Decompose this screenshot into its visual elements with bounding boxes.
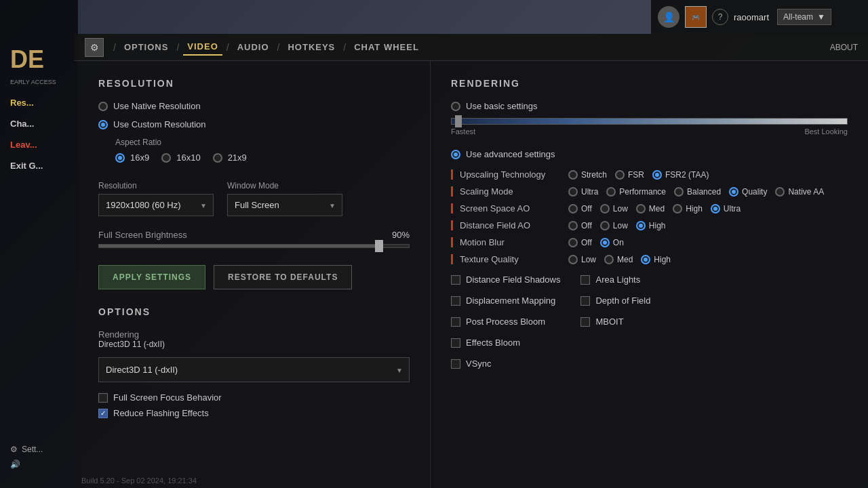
aspect-21x9-radio[interactable] <box>213 153 222 163</box>
distance-ao-high-radio[interactable] <box>636 221 646 230</box>
native-resolution-radio-group: Use Native Resolution <box>98 101 410 111</box>
screen-space-ao-row: Screen Space AO Off Low Med High <box>451 203 848 214</box>
depth-of-field-checkbox[interactable] <box>580 296 590 306</box>
custom-resolution-radio[interactable] <box>98 120 108 129</box>
nav-item-options[interactable]: OPTIONS <box>120 39 173 55</box>
brightness-slider-track[interactable] <box>98 244 410 248</box>
upscaling-tech-label: Upscaling Technology <box>460 169 568 180</box>
sidebar-item-exit[interactable]: Exit G... <box>0 155 78 176</box>
rendering-quality-thumb[interactable] <box>455 115 462 127</box>
mboit-item: MBOIT <box>580 317 650 327</box>
post-process-bloom-label: Post Process Bloom <box>466 317 545 327</box>
native-resolution-radio[interactable] <box>98 102 108 111</box>
scaling-native-aa-radio[interactable] <box>775 187 785 197</box>
motion-blur-off-radio[interactable] <box>568 238 578 247</box>
distance-ao-off-radio[interactable] <box>568 221 578 230</box>
upscaling-stretch-radio[interactable] <box>568 170 578 180</box>
distance-field-shadows-item: Distance Field Shadows <box>451 274 560 285</box>
distance-field-ao-label: Distance Field AO <box>460 220 568 230</box>
texture-med-radio[interactable] <box>604 255 614 264</box>
advanced-settings-radio[interactable] <box>451 150 460 159</box>
screen-ao-ultra-radio[interactable] <box>711 204 720 214</box>
nav-separator-5: / <box>343 42 346 53</box>
texture-high-radio[interactable] <box>641 255 650 264</box>
nav-separator-3: / <box>226 42 229 53</box>
distance-field-shadows-checkbox[interactable] <box>451 275 460 285</box>
texture-low-radio[interactable] <box>568 255 578 264</box>
motion-blur-on-radio[interactable] <box>600 238 610 247</box>
upscaling-fsr-radio[interactable] <box>615 170 625 180</box>
reduce-flashing-checkbox[interactable] <box>98 409 108 418</box>
user-avatar-icon: 👤 <box>658 6 679 28</box>
aspect-16x9-group: 16x9 <box>115 152 149 163</box>
rendering-quality-slider[interactable] <box>451 118 848 125</box>
sidebar-item-leave[interactable]: Leav... <box>0 134 78 155</box>
mboit-checkbox[interactable] <box>580 317 590 327</box>
resolution-select[interactable]: 1920x1080 (60 Hz) 2560x1440 (60 Hz) <box>98 194 214 216</box>
screen-ao-off-radio[interactable] <box>568 204 578 214</box>
team-dropdown[interactable]: All-team ▼ <box>777 9 831 25</box>
scaling-ultra-radio[interactable] <box>568 187 578 197</box>
screen-ao-low-radio[interactable] <box>600 204 610 214</box>
effects-bloom-checkbox[interactable] <box>451 338 460 348</box>
sidebar-item-resolution[interactable]: Res... <box>0 92 78 113</box>
aspect-16x10-group: 16x10 <box>161 152 200 163</box>
vsync-checkbox[interactable] <box>451 359 460 369</box>
screen-ao-med-label: Med <box>649 204 665 214</box>
texture-med-option: Med <box>604 255 633 264</box>
brightness-header: Full Screen Brightness 90% <box>98 230 410 240</box>
aspect-16x10-radio[interactable] <box>161 153 171 163</box>
texture-low-label: Low <box>581 255 596 264</box>
rendering-section-title: RENDERING <box>451 78 848 89</box>
nav-item-hotkeys[interactable]: HOTKEYS <box>283 39 339 55</box>
reduce-flashing-label: Reduce Flashing Effects <box>113 408 209 418</box>
scaling-mode-label: Scaling Mode <box>460 186 568 197</box>
scaling-native-aa-option: Native AA <box>775 187 824 197</box>
basic-settings-radio[interactable] <box>451 102 460 111</box>
nav-item-video[interactable]: VIDEO <box>183 39 222 56</box>
rendering-api-select[interactable]: Direct3D 11 (-dxII) Direct3D 12 (-dx12) … <box>98 357 410 382</box>
vsync-label: VSync <box>466 359 492 369</box>
fullscreen-focus-checkbox[interactable] <box>98 393 108 403</box>
resolution-label: Resolution <box>98 181 214 190</box>
distance-ao-low-radio[interactable] <box>600 221 610 230</box>
options-section: OPTIONS Rendering Direct3D 11 (-dxII) Di… <box>98 306 410 418</box>
sidebar-settings[interactable]: ⚙ Sett... <box>10 445 68 454</box>
displacement-mapping-checkbox[interactable] <box>451 296 460 306</box>
upscaling-fsr2-radio[interactable] <box>652 170 662 180</box>
distance-ao-low-option: Low <box>600 221 628 230</box>
scaling-options: Ultra Performance Balanced Quality Nativ… <box>568 187 824 197</box>
resolution-dropdown-group: Resolution 1920x1080 (60 Hz) 2560x1440 (… <box>98 181 214 216</box>
apply-settings-button[interactable]: APPLY SETTINGS <box>98 265 205 289</box>
settings-gear-icon[interactable]: ⚙ <box>85 38 104 57</box>
fullscreen-focus-label: Full Screen Focus Behavior <box>113 392 222 403</box>
window-mode-select[interactable]: Full Screen Windowed Borderless <box>227 194 342 216</box>
sidebar-volume[interactable]: 🔊 <box>10 460 68 469</box>
scaling-quality-radio[interactable] <box>729 187 738 197</box>
nav-item-chat-wheel[interactable]: CHAT WHEEL <box>350 39 423 55</box>
about-label[interactable]: ABOUT <box>830 43 858 52</box>
sidebar-item-character[interactable]: Cha... <box>0 113 78 134</box>
area-lights-checkbox[interactable] <box>580 275 590 285</box>
post-process-bloom-checkbox[interactable] <box>451 317 460 327</box>
volume-icon: 🔊 <box>10 460 20 469</box>
help-button[interactable]: ? <box>712 9 728 25</box>
game-avatar-icon: 🎮 <box>685 6 707 28</box>
motion-blur-label: Motion Blur <box>460 237 568 247</box>
screen-ao-high-label: High <box>686 204 703 214</box>
rendering-info-label: Rendering <box>98 329 410 340</box>
screen-space-ao-label: Screen Space AO <box>460 203 568 214</box>
aspect-21x9-group: 21x9 <box>213 152 247 163</box>
screen-ao-med-radio[interactable] <box>636 204 646 214</box>
gear-icon: ⚙ <box>10 445 18 454</box>
render-checkboxes-right: Area Lights Depth of Field MBOIT <box>580 274 650 374</box>
aspect-16x9-radio[interactable] <box>115 153 125 163</box>
brightness-value: 90% <box>392 230 410 240</box>
texture-quality-label: Texture Quality <box>460 254 568 264</box>
restore-defaults-button[interactable]: RESTORE TO DEFAULTS <box>214 265 352 289</box>
scaling-balanced-radio[interactable] <box>674 187 684 197</box>
scaling-performance-radio[interactable] <box>606 187 616 197</box>
screen-ao-high-radio[interactable] <box>673 204 682 214</box>
brightness-slider-thumb[interactable] <box>375 240 383 252</box>
nav-item-audio[interactable]: AUDIO <box>233 39 273 55</box>
